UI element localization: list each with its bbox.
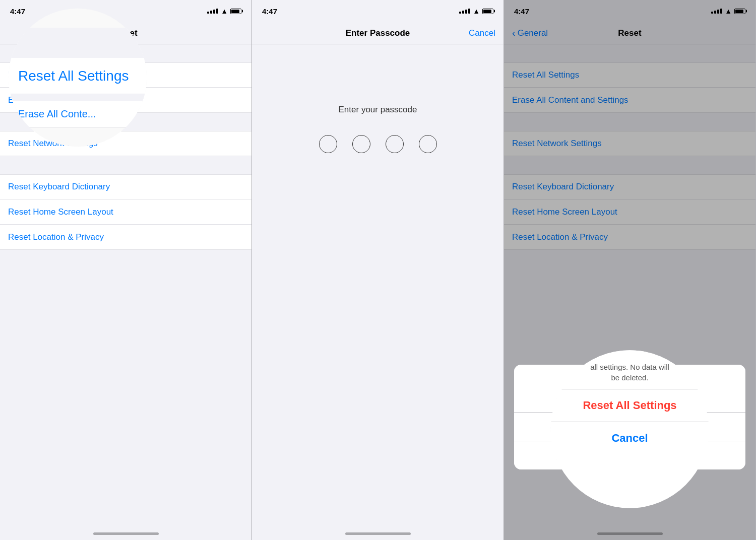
signal-icon bbox=[459, 9, 470, 14]
passcode-prompt: Enter your passcode bbox=[339, 105, 417, 115]
status-icons-2: ▲ bbox=[459, 7, 493, 15]
confirm-reset-button[interactable]: Reset All Settings bbox=[514, 413, 745, 441]
alert-dialog: all settings. No data willbe deleted. T … bbox=[514, 365, 745, 469]
home-indicator-1 bbox=[93, 532, 159, 535]
nav-bar-2: Enter Passcode Cancel bbox=[252, 22, 503, 44]
zoom-reset-all-label: Reset All Settings bbox=[18, 68, 129, 84]
battery-icon bbox=[482, 9, 493, 14]
cancel-alert-button[interactable]: Cancel bbox=[514, 441, 745, 469]
time-2: 4:47 bbox=[262, 7, 277, 16]
wifi-icon: ▲ bbox=[473, 7, 480, 15]
panel-2: 4:47 ▲ Enter Passcode Cancel Enter your … bbox=[252, 0, 504, 540]
list-group-1b: Reset Network Settings bbox=[0, 131, 251, 156]
battery-icon bbox=[230, 9, 241, 14]
status-bar-1: 4:47 ▲ bbox=[0, 0, 251, 22]
alert-sub-text: T will bbox=[522, 396, 737, 404]
list-item[interactable]: Reset Home Screen Layout bbox=[0, 199, 251, 225]
alert-message-text: all settings. No data willbe deleted. bbox=[522, 375, 737, 394]
list-item[interactable]: Reset Keyboard Dictionary bbox=[0, 174, 251, 199]
status-bar-2: 4:47 ▲ bbox=[252, 0, 503, 22]
signal-icon bbox=[207, 9, 218, 14]
list-group-1c: Reset Keyboard Dictionary Reset Home Scr… bbox=[0, 174, 251, 250]
list-sep-1c bbox=[0, 156, 251, 174]
cancel-nav-button[interactable]: Cancel bbox=[469, 28, 495, 38]
panel-1: 4:47 ▲ Reset Reset All Settings Erase Al… bbox=[0, 0, 252, 540]
item-label: Reset Keyboard Dictionary bbox=[8, 182, 110, 192]
time-1: 4:47 bbox=[10, 7, 25, 16]
passcode-dot-1 bbox=[319, 135, 337, 153]
zoom-item-reset-all: Reset All Settings bbox=[8, 58, 147, 94]
wifi-icon: ▲ bbox=[221, 7, 228, 15]
list-item[interactable]: Reset Network Settings bbox=[0, 131, 251, 156]
item-label: Reset Home Screen Layout bbox=[8, 207, 113, 217]
home-indicator-2 bbox=[345, 532, 411, 535]
passcode-container: Enter your passcode bbox=[252, 105, 503, 153]
item-label: Reset Location & Privacy bbox=[8, 232, 104, 242]
passcode-dot-4 bbox=[419, 135, 437, 153]
list-item[interactable]: Reset Location & Privacy bbox=[0, 225, 251, 250]
passcode-dots bbox=[319, 135, 437, 153]
zoom-item-erase: Erase All Conte... bbox=[8, 101, 147, 127]
confirm-reset-label: Reset All Settings bbox=[587, 421, 672, 433]
alert-message-area: all settings. No data willbe deleted. T … bbox=[514, 365, 745, 412]
passcode-dot-3 bbox=[386, 135, 404, 153]
zoom-content-1: Reset All Settings Erase All Conte... bbox=[8, 28, 147, 127]
cancel-alert-label: Cancel bbox=[614, 450, 645, 461]
panel-3: 4:47 ▲ ‹ General Reset Reset All Setting… bbox=[504, 0, 756, 540]
nav-title-2: Enter Passcode bbox=[346, 28, 410, 38]
status-icons-1: ▲ bbox=[207, 7, 241, 15]
passcode-dot-2 bbox=[352, 135, 370, 153]
zoom-separator bbox=[8, 94, 147, 101]
zoom-erase-label: Erase All Conte... bbox=[18, 108, 96, 120]
